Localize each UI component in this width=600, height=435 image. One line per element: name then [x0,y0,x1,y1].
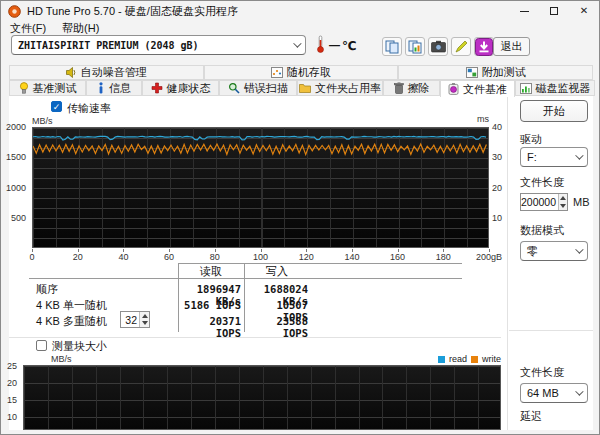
tab-健康状态[interactable]: 健康状态 [142,80,219,96]
transfer-rate-checkbox[interactable] [51,101,62,112]
camera-icon [431,40,446,53]
copy-image-icon [408,40,422,54]
write-line [33,144,486,155]
y-axis-tick: 10 [7,412,17,422]
panel-section-divider [509,330,593,331]
annotate-button[interactable] [451,37,471,56]
ms-axis-tick: 20 [492,183,502,193]
tab-label: 文件夹占用率 [315,81,381,96]
chevron-down-icon [575,151,583,159]
tab-label: 随机存取 [287,65,331,80]
tab-label: 磁盘监视器 [536,81,591,96]
spinner-up-icon[interactable] [559,194,567,202]
file-length2-label: 文件长度 [520,365,564,380]
tab-磁盘监视器[interactable]: 磁盘监视器 [515,80,595,96]
drive-select[interactable]: ZHITAISPIRIT PREMIUM (2048 gB) [11,35,306,55]
y-axis-tick: 1500 [6,152,26,162]
pen-icon [454,40,468,54]
x-axis-tick: 80 [200,252,230,262]
ms-axis-tick: 10 [492,213,502,223]
x-axis-tick: 120 [291,252,321,262]
window-bottom-edge [1,430,600,435]
read-line [33,136,486,140]
scan-icon [228,82,240,94]
exit-button[interactable]: 退出 [493,37,530,56]
queue-depth-spinner[interactable]: 32 [120,311,150,328]
window-controls: ✕ [509,1,599,21]
app-icon [8,5,21,18]
hdtune-window: HD Tune Pro 5.70 - 硬盘/固态硬盘实用程序 ✕ 文件(F) 帮… [0,0,600,435]
chevron-down-icon [575,245,583,253]
tab-label: 擦除 [408,81,430,96]
random-access-icon [271,67,283,78]
file-length-unit: MB [573,196,590,208]
x-axis-tick: 60 [154,252,184,262]
x-axis-tick: 200gB [476,252,521,262]
result-row-label: 4 KB 多重随机 [36,314,176,329]
y-axis-tick: 500 [11,213,26,223]
spinner-up-icon[interactable] [140,312,149,320]
tab-基准测试[interactable]: 基准测试 [9,80,86,96]
save-results-button[interactable] [474,37,494,56]
disk-monitor-icon [520,83,532,94]
copy-text-icon [385,40,399,54]
file-length-value: 200000 [521,194,558,210]
tab-自动噪音管理[interactable]: 自动噪音管理 [9,65,204,80]
queue-depth-value: 32 [121,312,139,327]
speaker-icon [66,67,77,78]
spinner-down-icon[interactable] [140,320,149,328]
drive-letter-value: F: [527,151,537,163]
drive-letter-select[interactable]: F: [520,147,588,167]
thermometer-icon [316,35,325,53]
tab-文件基准[interactable]: 文件基准 [440,80,515,97]
y-axis-tick: 25 [7,361,17,371]
section-divider [9,337,501,338]
tab-擦除[interactable]: 擦除 [383,80,440,96]
minimize-button[interactable] [509,1,539,21]
tab-随机存取[interactable]: 随机存取 [204,65,399,80]
temperature-value: — [329,39,340,51]
x-axis-tick: 40 [108,252,138,262]
spinner-down-icon[interactable] [559,202,567,210]
tab-label: 错误扫描 [244,81,288,96]
start-button[interactable]: 开始 [520,100,588,122]
menu-file[interactable]: 文件(F) [10,21,46,36]
close-button[interactable]: ✕ [569,1,599,21]
drive-label: 驱动 [520,132,542,147]
tab-错误扫描[interactable]: 错误扫描 [219,80,297,96]
copy-text-button[interactable] [382,37,402,56]
maximize-icon [550,7,558,15]
read-legend-label: read [449,354,467,364]
y-axis-tick: 2000 [6,122,26,132]
data-mode-label: 数据模式 [520,223,564,238]
chart1-x-axis: 020406080100120140160180200gB [32,249,502,261]
x-axis-tick: 100 [246,252,276,262]
chart1-unit-label: MB/s [32,116,53,126]
window-title: HD Tune Pro 5.70 - 硬盘/固态硬盘实用程序 [27,4,238,19]
read-column-header: 读取 [178,264,244,279]
read-legend-swatch [438,356,445,363]
drive-select-value: ZHITAISPIRIT PREMIUM (2048 gB) [18,40,199,51]
file-length-spinner[interactable]: 200000 [520,193,568,211]
y-axis-tick: 15 [7,395,17,405]
maximize-button[interactable] [539,1,569,21]
x-axis-tick: 160 [383,252,413,262]
menu-help[interactable]: 帮助(H) [62,21,99,36]
file-benchmark-icon [448,83,459,95]
chart1-ms-label: ms [477,114,489,124]
tab-文件夹占用率[interactable]: 文件夹占用率 [297,80,383,96]
tab-附加测试[interactable]: 附加测试 [398,65,593,80]
transfer-rate-label: 传输速率 [67,101,111,116]
copy-image-button[interactable] [405,37,425,56]
file-length2-select[interactable]: 64 MB [520,383,588,403]
block-size-chart [23,365,501,430]
health-icon [151,82,163,94]
close-icon: ✕ [580,6,588,16]
chevron-down-icon [575,387,583,395]
screenshot-button[interactable] [428,37,448,56]
data-mode-select[interactable]: 零 [520,241,588,261]
write-legend-label: write [482,354,501,364]
tab-信息[interactable]: 信息 [86,80,142,96]
measure-block-size-checkbox[interactable] [36,340,47,351]
result-row-label: 4 KB 单一随机 [36,298,176,313]
